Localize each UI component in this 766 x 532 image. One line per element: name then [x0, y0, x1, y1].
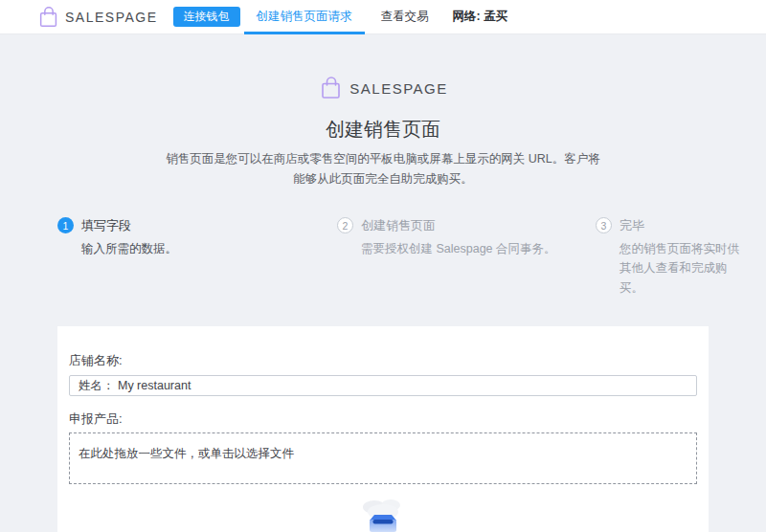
step-description: 需要授权创建 Salespage 合同事务。	[361, 239, 596, 259]
dropzone-text: 在此处拖放一些文件，或单击以选择文件	[79, 447, 294, 460]
navbar-brand[interactable]: SALESPAGE	[36, 5, 158, 30]
empty-inbox-icon	[361, 495, 405, 532]
hero-logo: SALESPAGE	[318, 75, 447, 101]
tab-view-transactions[interactable]: 查看交易	[369, 0, 441, 34]
step-done: 3 完毕 您的销售页面将实时供其他人查看和完成购买。	[596, 217, 749, 299]
step-title: 完毕	[620, 217, 644, 234]
step-number-badge: 1	[57, 217, 74, 233]
create-salespage-form-card: 店铺名称: 申报产品: 在此处拖放一些文件，或单击以选择文件	[57, 326, 709, 532]
brand-name: SALESPAGE	[349, 80, 447, 97]
hero-section: SALESPAGE 创建销售页面 销售页面是您可以在商店或零售空间的平板电脑或屏…	[0, 34, 766, 190]
tab-create-salespage-request[interactable]: 创建销售页面请求	[244, 0, 365, 34]
steps-indicator: 1 填写字段 输入所需的数据。 2 创建销售页面 需要授权创建 Salespag…	[57, 217, 709, 299]
connect-wallet-button[interactable]: 连接钱包	[173, 7, 240, 27]
products-label: 申报产品:	[69, 410, 697, 428]
step-description: 输入所需的数据。	[81, 239, 337, 259]
shopping-bag-icon	[36, 5, 61, 30]
step-create-salespage: 2 创建销售页面 需要授权创建 Salespage 合同事务。	[337, 217, 596, 299]
page-subtitle: 销售页面是您可以在商店或零售空间的平板电脑或屏幕上显示的网关 URL。客户将能够…	[162, 149, 604, 190]
shopping-bag-icon	[318, 75, 345, 101]
step-fill-fields: 1 填写字段 输入所需的数据。	[57, 217, 337, 299]
page-title: 创建销售页面	[0, 117, 766, 143]
file-dropzone[interactable]: 在此处拖放一些文件，或单击以选择文件	[69, 432, 697, 484]
step-number-badge: 3	[596, 217, 612, 233]
step-title: 填写字段	[81, 217, 131, 234]
shop-name-input[interactable]	[69, 375, 697, 396]
empty-items-state: 没有项目! 通过上传您的第一个项目的图像开始。	[69, 495, 697, 532]
main-content: SALESPAGE 创建销售页面 销售页面是您可以在商店或零售空间的平板电脑或屏…	[0, 34, 766, 532]
step-description: 您的销售页面将实时供其他人查看和完成购买。	[620, 239, 749, 299]
step-title: 创建销售页面	[361, 217, 436, 234]
brand-name: SALESPAGE	[65, 10, 158, 25]
network-label: 网络: 孟买	[453, 9, 508, 25]
top-navbar: SALESPAGE 连接钱包 创建销售页面请求 查看交易 网络: 孟买	[0, 0, 766, 34]
shop-name-label: 店铺名称:	[69, 352, 697, 369]
step-number-badge: 2	[337, 217, 353, 233]
